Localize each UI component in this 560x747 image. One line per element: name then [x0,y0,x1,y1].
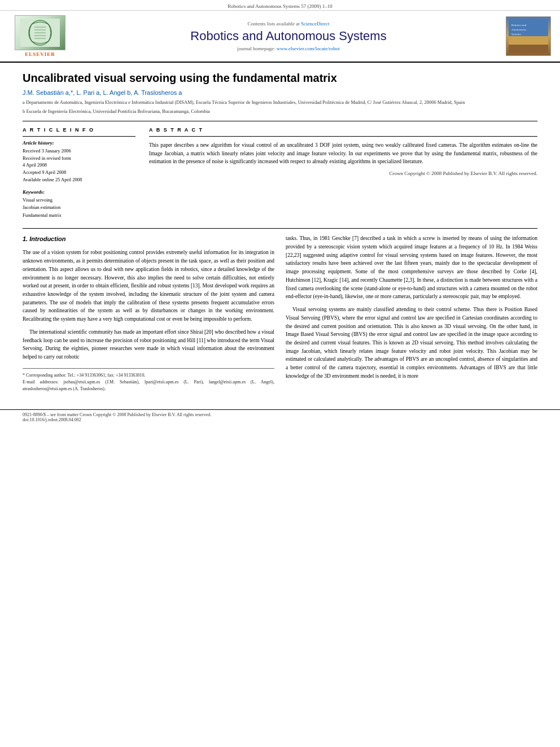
science-direct-link[interactable]: ScienceDirect [301,21,329,27]
body-col-left: 1. Introduction The use of a vision syst… [23,234,274,392]
journal-center-block: Contents lists available at ScienceDirec… [71,21,506,51]
elsevier-logo-image [15,15,65,50]
doi-line: doi:10.1016/j.robot.2008.04.002 [23,417,537,422]
article-title: Uncalibrated visual servoing using the f… [23,72,537,85]
history-label: Article history: [23,140,135,146]
article-info-panel: A R T I C L E I N F O Article history: R… [23,127,135,220]
contents-available-line: Contents lists available at ScienceDirec… [82,21,495,27]
abstract-divider [149,136,537,137]
footnote-emails: E-mail addresses: jsebas@etsii.upm.es (J… [23,379,274,392]
header-divider [23,121,537,121]
authors-line: J.M. Sebastián a,*, L. Pari a, L. Angel … [23,89,537,96]
email-addresses: jsebas@etsii.upm.es (J.M. Sebastián), lp… [23,379,274,391]
homepage-line: journal homepage: www.elsevier.com/locat… [82,46,495,51]
main-content: Uncalibrated visual servoing using the f… [0,63,560,404]
affiliation-b: b Escuela de Ingeniería Electrónica, Uni… [23,108,537,115]
citation-bar: Robotics and Autonomous Systems 57 (2009… [0,0,560,11]
intro-col2-p2: Visual servoing systems are mainly class… [286,305,537,380]
intro-col1-p1: The use of a vision system for robot pos… [23,248,274,323]
elsevier-logo-block: ELSEVIER [9,15,71,57]
intro-col2-p1: tasks. Thus, in 1981 Geschke [7] describ… [286,234,537,301]
email-label: E-mail addresses: [23,379,58,385]
footnote-area: * Corresponding author. Tel.: +34 913363… [23,368,274,392]
article-info-label: A R T I C L E I N F O [23,127,135,133]
elsevier-brand-text: ELSEVIER [25,51,55,57]
history-item-1: Received in revised form [23,155,135,162]
keyword-1: Jacobian estimation [23,204,135,212]
svg-rect-3 [509,36,548,45]
journal-header: ELSEVIER Contents lists available at Sci… [0,11,560,63]
homepage-url[interactable]: www.elsevier.com/locate/robot [277,46,340,51]
info-divider [23,136,135,137]
journal-title-heading: Robotics and Autonomous Systems [82,29,495,43]
issn-line: 0921-8890/$ – see front matter Crown Cop… [23,412,537,417]
keywords-label: Keywords: [23,189,135,195]
svg-text:Autonomous: Autonomous [511,28,526,31]
affiliation-a: a Departamento de Automática, Ingeniería… [23,99,537,106]
bottom-bar: 0921-8890/$ – see front matter Crown Cop… [0,409,560,425]
svg-rect-4 [509,45,548,53]
body-divider [23,228,537,229]
footnote-corresponding: * Corresponding author. Tel.: +34 913363… [23,372,274,379]
body-col-right: tasks. Thus, in 1981 Geschke [7] describ… [286,234,537,392]
abstract-panel: A B S T R A C T This paper describes a n… [149,127,537,220]
copyright-text: Crown Copyright © 2008 Published by Else… [149,171,537,176]
abstract-label: A B S T R A C T [149,127,537,133]
svg-text:Robotics and: Robotics and [511,24,527,27]
abstract-text: This paper describes a new algorithm for… [149,141,537,166]
journal-thumbnail: Robotics and Autonomous Systems [506,16,551,56]
history-item-4: Available online 25 April 2008 [23,176,135,184]
keyword-2: Fundamental matrix [23,212,135,220]
intro-heading: 1. Introduction [23,234,274,244]
keyword-0: Visual servoing [23,196,135,204]
history-item-2: 4 April 2008 [23,161,135,169]
body-columns: 1. Introduction The use of a vision syst… [23,234,537,392]
intro-col1-p2: The international scientific community h… [23,328,274,361]
history-item-3: Accepted 9 April 2008 [23,169,135,176]
article-info-abstract-columns: A R T I C L E I N F O Article history: R… [23,127,537,220]
history-item-0: Received 3 January 2006 [23,147,135,155]
citation-text: Robotics and Autonomous Systems 57 (2009… [228,3,333,9]
svg-text:Systems: Systems [511,33,521,36]
